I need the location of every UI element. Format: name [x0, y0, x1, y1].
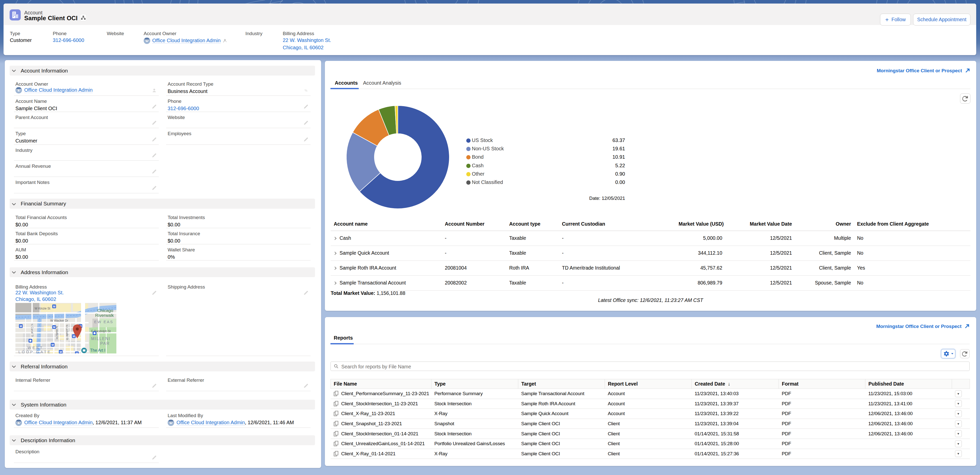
- svg-text:M: M: [76, 352, 78, 354]
- svg-text:WEST: WEST: [27, 345, 43, 350]
- svg-text:M: M: [60, 351, 62, 354]
- svg-text:Chicago: Chicago: [97, 308, 113, 313]
- svg-text:N Canal St: N Canal St: [30, 324, 34, 337]
- svg-text:Riverwalk: Riverwalk: [95, 313, 114, 318]
- svg-text:W Kinzie St: W Kinzie St: [35, 307, 51, 310]
- svg-text:M: M: [73, 335, 75, 338]
- svg-text:PAR: PAR: [100, 341, 110, 346]
- svg-text:M: M: [53, 326, 55, 329]
- svg-text:The Art I: The Art I: [90, 348, 105, 352]
- svg-text:N LaSalle St: N LaSalle St: [65, 325, 69, 340]
- svg-text:M: M: [53, 305, 55, 308]
- svg-text:W Wacker Dr: W Wacker Dr: [50, 319, 68, 322]
- svg-text:M: M: [20, 325, 22, 328]
- svg-text:MILLENI: MILLENI: [91, 336, 110, 341]
- svg-text:LOOP GATE: LOOP GATE: [18, 350, 51, 354]
- svg-text:EW EAS: EW EAS: [94, 320, 113, 324]
- svg-text:M: M: [51, 343, 54, 346]
